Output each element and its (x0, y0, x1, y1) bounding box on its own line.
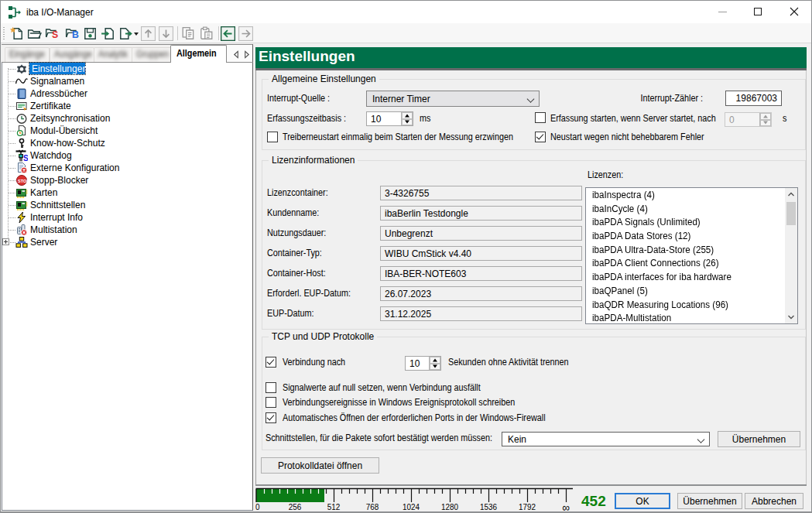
svg-text:STOP: STOP (18, 179, 28, 183)
svg-text:B: B (72, 29, 79, 40)
svg-text:S: S (52, 29, 58, 40)
svg-text:S: S (23, 154, 28, 162)
